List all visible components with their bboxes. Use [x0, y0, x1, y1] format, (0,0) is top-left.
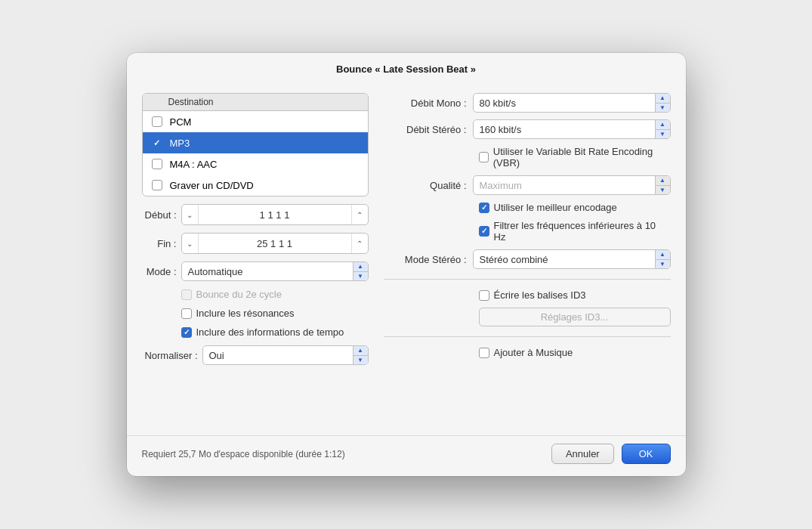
pcm-label: PCM — [170, 116, 192, 128]
footer-info: Requiert 25,7 Mo d'espace disponible (du… — [142, 449, 345, 459]
debit-mono-select[interactable]: 80 kbit/s ▲ ▼ — [473, 93, 671, 113]
mode-select[interactable]: Automatique ▲ ▼ — [181, 261, 369, 281]
bounce-dialog: Bounce « Late Session Beat » Destination… — [127, 53, 686, 476]
mode-stereo-row: Mode Stéréo : Stéréo combiné ▲ ▼ — [384, 249, 671, 269]
footer-buttons: Annuler OK — [551, 444, 671, 464]
filtrer-freq-label: Filtrer les fréquences inférieures à 10 … — [494, 220, 671, 243]
destination-row-mp3[interactable]: MP3 — [143, 132, 368, 153]
destination-row-cd[interactable]: Graver un CD/DVD — [143, 175, 368, 196]
mode-stepper-down[interactable]: ▼ — [354, 272, 368, 281]
inclure-resonances-label: Inclure les résonances — [196, 308, 295, 319]
cd-label: Graver un CD/DVD — [170, 180, 254, 191]
fin-chevron-right[interactable]: ⌃ — [351, 234, 368, 253]
qualite-stepper-up[interactable]: ▲ — [656, 176, 670, 186]
mode-label: Mode : — [142, 266, 177, 277]
mode-stereo-select[interactable]: Stéréo combiné ▲ ▼ — [473, 249, 671, 269]
destination-table: Destination PCM MP3 — [142, 93, 369, 196]
debit-mono-stepper-up[interactable]: ▲ — [656, 94, 670, 104]
destination-row-pcm[interactable]: PCM — [143, 111, 368, 132]
ecrire-id3-row: Écrire les balises ID3 — [384, 289, 671, 301]
qualite-stepper-down[interactable]: ▼ — [656, 186, 670, 195]
fin-chevron-left[interactable]: ⌄ — [182, 234, 199, 253]
normaliser-stepper[interactable]: ▲ ▼ — [353, 346, 368, 364]
debit-mono-stepper[interactable]: ▲ ▼ — [655, 94, 670, 112]
mp3-checkbox[interactable] — [152, 138, 162, 148]
destination-header: Destination — [143, 94, 368, 111]
pcm-checkbox-cell — [150, 115, 164, 128]
cd-checkbox-cell — [150, 178, 164, 192]
cd-checkbox[interactable] — [152, 180, 162, 190]
mode-row: Mode : Automatique ▲ ▼ — [142, 261, 369, 281]
ajouter-musique-label: Ajouter à Musique — [494, 347, 573, 358]
debit-stereo-label: Débit Stéréo : — [384, 124, 467, 135]
debit-stereo-stepper[interactable]: ▲ ▼ — [655, 120, 670, 138]
left-panel: Destination PCM MP3 — [142, 93, 369, 425]
qualite-label: Qualité : — [384, 180, 467, 191]
ok-button[interactable]: OK — [622, 444, 671, 464]
normaliser-row: Normaliser : Oui ▲ ▼ — [142, 345, 369, 365]
normaliser-stepper-up[interactable]: ▲ — [354, 346, 368, 356]
filtrer-freq-checkbox[interactable] — [479, 226, 489, 237]
inclure-resonances-row: Inclure les résonances — [142, 308, 369, 319]
inclure-tempo-label: Inclure des informations de tempo — [196, 326, 344, 338]
ecrire-id3-checkbox[interactable] — [479, 290, 489, 301]
vbr-label: Utiliser le Variable Bit Rate Encoding (… — [493, 146, 671, 169]
fin-label: Fin : — [142, 238, 177, 249]
debit-stereo-stepper-up[interactable]: ▲ — [656, 120, 670, 130]
debit-stereo-select[interactable]: 160 kbit/s ▲ ▼ — [473, 119, 671, 139]
vbr-row: Utiliser le Variable Bit Rate Encoding (… — [384, 146, 671, 169]
ajouter-musique-checkbox[interactable] — [479, 348, 489, 358]
normaliser-label: Normaliser : — [142, 350, 198, 361]
meilleur-encodage-row: Utiliser le meilleur encodage — [384, 202, 671, 213]
inclure-resonances-checkbox[interactable] — [181, 308, 192, 319]
mode-stereo-stepper[interactable]: ▲ ▼ — [655, 250, 670, 268]
mp3-label: MP3 — [170, 138, 190, 149]
filtrer-freq-row: Filtrer les fréquences inférieures à 10 … — [384, 220, 671, 243]
dialog-title: Bounce « Late Session Beat » — [127, 53, 686, 82]
normaliser-value: Oui — [203, 350, 353, 361]
inclure-tempo-row: Inclure des informations de tempo — [142, 326, 369, 338]
bounce-2cycle-label: Bounce du 2e cycle — [196, 289, 282, 300]
mode-stepper[interactable]: ▲ ▼ — [353, 262, 368, 280]
vbr-checkbox[interactable] — [479, 152, 489, 162]
mode-stepper-up[interactable]: ▲ — [354, 262, 368, 272]
normaliser-select[interactable]: Oui ▲ ▼ — [202, 345, 369, 365]
fin-row: Fin : ⌄ 25 1 1 1 ⌃ — [142, 233, 369, 254]
qualite-select[interactable]: Maximum ▲ ▼ — [473, 175, 671, 195]
reglages-id3-button[interactable]: Réglages ID3... — [479, 308, 671, 326]
debut-row: Début : ⌄ 1 1 1 1 ⌃ — [142, 204, 369, 225]
debit-mono-value: 80 kbit/s — [474, 97, 655, 109]
debut-field: ⌄ 1 1 1 1 ⌃ — [181, 204, 369, 225]
id3-button-row: Réglages ID3... — [384, 308, 671, 326]
mode-stereo-stepper-down[interactable]: ▼ — [656, 260, 670, 269]
qualite-stepper[interactable]: ▲ ▼ — [655, 176, 670, 194]
cancel-button[interactable]: Annuler — [551, 444, 614, 464]
debit-stereo-stepper-down[interactable]: ▼ — [656, 130, 670, 139]
debut-chevron-left[interactable]: ⌄ — [182, 205, 199, 224]
debut-label: Début : — [142, 209, 177, 221]
debut-value: 1 1 1 1 — [199, 209, 351, 221]
ecrire-id3-label: Écrire les balises ID3 — [494, 289, 586, 301]
divider-1 — [384, 279, 671, 280]
m4a-checkbox-cell — [150, 157, 164, 171]
debut-chevron-right[interactable]: ⌃ — [351, 205, 368, 224]
mode-stereo-stepper-up[interactable]: ▲ — [656, 250, 670, 260]
debit-mono-stepper-down[interactable]: ▼ — [656, 104, 670, 113]
qualite-row: Qualité : Maximum ▲ ▼ — [384, 175, 671, 195]
bounce-2cycle-checkbox[interactable] — [181, 289, 192, 300]
inclure-tempo-checkbox[interactable] — [181, 327, 192, 338]
debit-stereo-row: Débit Stéréo : 160 kbit/s ▲ ▼ — [384, 119, 671, 139]
ajouter-musique-row: Ajouter à Musique — [384, 347, 671, 358]
dialog-footer: Requiert 25,7 Mo d'espace disponible (du… — [127, 435, 686, 476]
mode-stereo-label: Mode Stéréo : — [384, 254, 467, 265]
right-panel: Débit Mono : 80 kbit/s ▲ ▼ Débit Stéréo … — [384, 93, 671, 425]
mode-stereo-value: Stéréo combiné — [474, 254, 655, 265]
divider-2 — [384, 336, 671, 337]
m4a-label: M4A : AAC — [170, 159, 218, 170]
pcm-checkbox[interactable] — [152, 116, 162, 127]
fin-value: 25 1 1 1 — [199, 238, 351, 249]
meilleur-encodage-checkbox[interactable] — [479, 203, 489, 213]
normaliser-stepper-down[interactable]: ▼ — [354, 356, 368, 365]
m4a-checkbox[interactable] — [152, 159, 162, 169]
destination-row-m4a[interactable]: M4A : AAC — [143, 153, 368, 175]
